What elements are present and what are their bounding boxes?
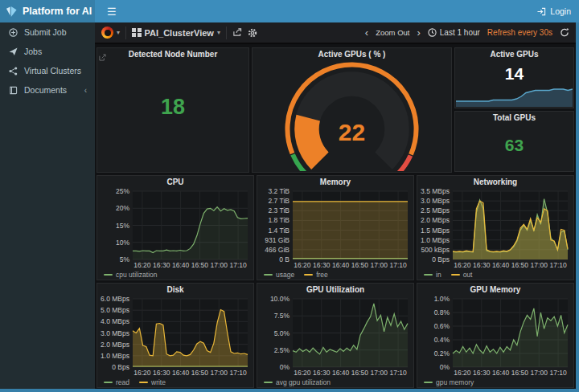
legend-out[interactable]: out <box>451 271 473 279</box>
sidebar-item-label: Virtual Clusters <box>24 66 81 76</box>
panel-memory: Memory 0 B466 GiB931 GiB1.4 TiB1.8 TiB2.… <box>257 175 414 280</box>
refresh-button[interactable] <box>560 28 569 37</box>
grafana-menu-button[interactable]: ▾ <box>101 27 120 39</box>
legend-avg-gpu-utilization[interactable]: avg gpu utilization <box>264 378 331 386</box>
brand-title: Platform for AI <box>23 6 92 17</box>
svg-text:17:10: 17:10 <box>229 261 247 269</box>
clock-icon <box>428 28 437 37</box>
svg-text:16:20: 16:20 <box>454 261 471 269</box>
dashboard-settings-button[interactable] <box>248 28 257 38</box>
chevron-left-icon: ‹ <box>84 86 87 95</box>
top-navbar: Platform for AI ☰ Login <box>0 0 579 22</box>
svg-text:16:40: 16:40 <box>492 369 510 377</box>
panel-title[interactable]: Active GPUs <box>455 48 573 60</box>
svg-text:16:50: 16:50 <box>511 369 529 377</box>
dashboard-grid-icon <box>132 28 142 38</box>
cpu-plot[interactable]: 5%10%15%20%25%16:2016:3016:4016:5017:001… <box>97 188 253 269</box>
legend-cpu-utilization[interactable]: cpu utilization <box>104 271 158 279</box>
svg-text:17:00: 17:00 <box>371 369 388 377</box>
svg-text:2.3 TiB: 2.3 TiB <box>269 206 290 214</box>
dashboard-picker[interactable]: PAI_ClusterView ▾ <box>132 28 220 38</box>
panel-title[interactable]: Disk <box>97 284 253 296</box>
legend-in[interactable]: in <box>424 271 441 279</box>
memory-plot[interactable]: 0 B466 GiB931 GiB1.4 TiB1.8 TiB2.3 TiB2.… <box>257 188 413 269</box>
legend-read[interactable]: read <box>104 378 129 386</box>
svg-text:16:30: 16:30 <box>473 261 491 269</box>
svg-text:20%: 20% <box>116 204 129 212</box>
svg-text:6.0 MBps: 6.0 MBps <box>101 296 129 303</box>
legend-write[interactable]: write <box>139 378 166 386</box>
brand[interactable]: Platform for AI <box>0 0 95 22</box>
svg-text:16:20: 16:20 <box>133 261 151 269</box>
refresh-interval-button[interactable]: Refresh every 30s <box>487 28 552 37</box>
svg-text:17:00: 17:00 <box>531 261 548 269</box>
svg-text:17:00: 17:00 <box>211 261 228 269</box>
sidebar-item-jobs[interactable]: Jobs <box>0 42 95 61</box>
sidebar-item-virtual-clusters[interactable]: Virtual Clusters <box>0 61 95 80</box>
svg-text:1.8 TiB: 1.8 TiB <box>269 216 290 224</box>
svg-text:17:10: 17:10 <box>549 369 567 377</box>
svg-text:500 kBps: 500 kBps <box>421 246 450 254</box>
sidebar-item-submit-job[interactable]: Submit Job <box>0 22 95 42</box>
sidebar: Submit Job Jobs Virtual Clusters Documen… <box>0 22 95 389</box>
panel-cpu: CPU 5%10%15%20%25%16:2016:3016:4016:5017… <box>96 175 254 280</box>
sidebar-toggle-button[interactable]: ☰ <box>95 0 129 22</box>
panel-gpu-memory: GPU Memory 0%0.2%0.4%0.6%0.8%1.0%16:2016… <box>417 283 574 388</box>
svg-text:16:50: 16:50 <box>351 369 369 377</box>
toolbar-divider <box>226 27 227 39</box>
book-icon <box>8 86 18 95</box>
panel-title[interactable]: GPU Memory <box>417 284 573 296</box>
svg-text:1.4 TiB: 1.4 TiB <box>269 227 290 235</box>
svg-text:931 GiB: 931 GiB <box>265 236 290 244</box>
share-dashboard-button[interactable] <box>232 28 242 37</box>
sidebar-item-label: Jobs <box>24 47 42 56</box>
sidebar-item-documents[interactable]: Documents ‹ <box>0 80 95 100</box>
panel-title[interactable]: Detected Node Number <box>97 48 248 60</box>
time-forward-button[interactable]: › <box>417 27 420 38</box>
legend-usage[interactable]: usage <box>264 271 294 279</box>
svg-text:0.2%: 0.2% <box>434 349 450 357</box>
svg-text:16:30: 16:30 <box>153 369 170 377</box>
zoom-out-button[interactable]: Zoom Out <box>376 28 409 37</box>
hamburger-icon: ☰ <box>107 6 117 18</box>
gpu-memory-plot[interactable]: 0%0.2%0.4%0.6%0.8%1.0%16:2016:3016:4016:… <box>417 296 573 377</box>
svg-text:0.6%: 0.6% <box>434 322 450 330</box>
login-button[interactable]: Login <box>537 0 579 22</box>
panel-title[interactable]: Networking <box>417 176 573 188</box>
svg-text:17:10: 17:10 <box>389 261 407 269</box>
legend-free[interactable]: free <box>304 271 328 279</box>
time-range-picker[interactable]: Last 1 hour <box>428 28 480 37</box>
grafana-frame: ▾ PAI_ClusterView ▾ ‹ Zoom Out › <box>95 22 576 389</box>
svg-text:0.4%: 0.4% <box>434 336 450 344</box>
panel-title[interactable]: Memory <box>257 176 413 188</box>
svg-text:17:10: 17:10 <box>549 261 567 269</box>
time-range-label: Last 1 hour <box>440 28 480 37</box>
toolbar-right: ‹ Zoom Out › Last 1 hour Refresh every 3… <box>365 27 569 38</box>
svg-text:466 GiB: 466 GiB <box>265 246 290 254</box>
legend-gpu-memory[interactable]: gpu memory <box>424 378 474 386</box>
time-back-button[interactable]: ‹ <box>365 27 368 38</box>
gpu-utilization-plot[interactable]: 0%2.5%5.0%7.5%10.0%16:2016:3016:4016:501… <box>257 296 413 377</box>
networking-plot[interactable]: 0 Bps500 kBps1.0 MBps1.5 MBps2.0 MBps2.5… <box>417 188 573 269</box>
svg-text:1.0%: 1.0% <box>434 296 450 303</box>
panel-title[interactable]: Active GPUs ( % ) <box>253 48 451 60</box>
caret-down-icon: ▾ <box>117 29 120 36</box>
svg-text:2.7 TiB: 2.7 TiB <box>269 197 290 205</box>
disk-plot[interactable]: 0 Bps1.0 MBps2.0 MBps3.0 MBps4.0 MBps5.0… <box>97 296 253 377</box>
panel-title[interactable]: Total GPUs <box>455 112 573 124</box>
panel-gpu-utilization: GPU Utilization 0%2.5%5.0%7.5%10.0%16:20… <box>257 283 414 388</box>
svg-text:17:10: 17:10 <box>389 369 407 377</box>
panel-title[interactable]: CPU <box>97 176 253 188</box>
external-link-icon[interactable] <box>99 50 106 64</box>
svg-text:16:30: 16:30 <box>473 369 491 377</box>
svg-text:16:40: 16:40 <box>172 369 190 377</box>
svg-text:0 Bps: 0 Bps <box>432 255 450 263</box>
panel-title[interactable]: GPU Utilization <box>257 284 413 296</box>
total-gpus-value: 63 <box>455 136 573 155</box>
svg-text:3.0 MBps: 3.0 MBps <box>421 197 450 205</box>
svg-text:17:00: 17:00 <box>211 369 228 377</box>
plus-circle-icon <box>8 28 18 37</box>
gauge-area[interactable]: 22 <box>253 60 451 171</box>
panel-active-gpus: Active GPUs 14 <box>454 47 574 108</box>
panel-disk: Disk 0 Bps1.0 MBps2.0 MBps3.0 MBps4.0 MB… <box>96 283 254 388</box>
